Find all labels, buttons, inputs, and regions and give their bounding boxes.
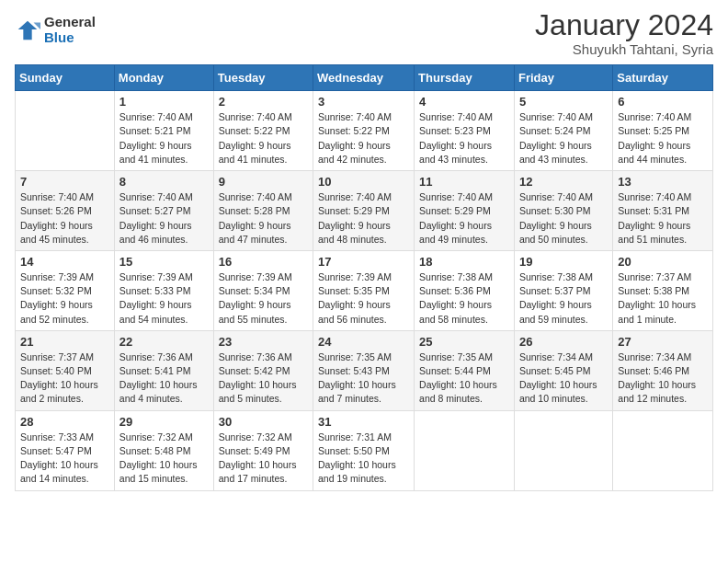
logo-icon bbox=[15, 17, 40, 43]
day-info: Sunrise: 7:39 AMSunset: 5:33 PMDaylight:… bbox=[119, 270, 209, 327]
calendar-cell: 31Sunrise: 7:31 AMSunset: 5:50 PMDayligh… bbox=[313, 410, 415, 490]
logo-blue-text: Blue bbox=[44, 30, 96, 46]
calendar-cell: 14Sunrise: 7:39 AMSunset: 5:32 PMDayligh… bbox=[16, 250, 115, 330]
day-number: 3 bbox=[318, 95, 409, 109]
day-info: Sunrise: 7:37 AMSunset: 5:38 PMDaylight:… bbox=[618, 270, 708, 327]
day-number: 6 bbox=[618, 95, 708, 109]
day-info: Sunrise: 7:32 AMSunset: 5:49 PMDaylight:… bbox=[219, 431, 308, 487]
calendar-week-row: 21Sunrise: 7:37 AMSunset: 5:40 PMDayligh… bbox=[16, 330, 713, 410]
day-info: Sunrise: 7:40 AMSunset: 5:25 PMDaylight:… bbox=[618, 110, 708, 167]
calendar-header-sunday: Sunday bbox=[16, 65, 115, 91]
day-info: Sunrise: 7:40 AMSunset: 5:29 PMDaylight:… bbox=[419, 190, 509, 247]
calendar-cell: 16Sunrise: 7:39 AMSunset: 5:34 PMDayligh… bbox=[213, 250, 313, 330]
day-info: Sunrise: 7:39 AMSunset: 5:32 PMDaylight:… bbox=[20, 270, 109, 327]
day-info: Sunrise: 7:34 AMSunset: 5:46 PMDaylight:… bbox=[618, 350, 708, 407]
calendar-cell: 30Sunrise: 7:32 AMSunset: 5:49 PMDayligh… bbox=[213, 410, 313, 490]
calendar-week-row: 14Sunrise: 7:39 AMSunset: 5:32 PMDayligh… bbox=[16, 250, 713, 330]
logo-text: General Blue bbox=[44, 15, 96, 45]
day-info: Sunrise: 7:32 AMSunset: 5:48 PMDaylight:… bbox=[119, 431, 209, 487]
day-number: 24 bbox=[318, 335, 409, 349]
calendar-header-friday: Friday bbox=[514, 65, 612, 91]
day-number: 25 bbox=[419, 335, 509, 349]
day-number: 8 bbox=[119, 175, 209, 189]
day-number: 15 bbox=[119, 255, 209, 269]
day-info: Sunrise: 7:40 AMSunset: 5:27 PMDaylight:… bbox=[119, 190, 209, 247]
calendar-cell bbox=[16, 91, 115, 171]
svg-marker-0 bbox=[18, 20, 38, 40]
calendar-cell: 9Sunrise: 7:40 AMSunset: 5:28 PMDaylight… bbox=[213, 171, 313, 251]
day-number: 11 bbox=[419, 175, 509, 189]
calendar-cell: 17Sunrise: 7:39 AMSunset: 5:35 PMDayligh… bbox=[313, 250, 415, 330]
day-number: 14 bbox=[20, 255, 109, 269]
calendar-header-tuesday: Tuesday bbox=[213, 65, 313, 91]
logo: General Blue bbox=[15, 15, 96, 45]
day-info: Sunrise: 7:40 AMSunset: 5:22 PMDaylight:… bbox=[318, 110, 409, 167]
month-title: January 2024 bbox=[535, 9, 713, 41]
day-number: 5 bbox=[519, 95, 608, 109]
calendar-cell: 1Sunrise: 7:40 AMSunset: 5:21 PMDaylight… bbox=[114, 91, 213, 171]
day-info: Sunrise: 7:40 AMSunset: 5:28 PMDaylight:… bbox=[219, 190, 308, 247]
calendar-cell: 11Sunrise: 7:40 AMSunset: 5:29 PMDayligh… bbox=[415, 171, 515, 251]
day-number: 30 bbox=[219, 415, 308, 429]
day-info: Sunrise: 7:31 AMSunset: 5:50 PMDaylight:… bbox=[318, 431, 409, 487]
day-number: 26 bbox=[519, 335, 608, 349]
day-info: Sunrise: 7:40 AMSunset: 5:24 PMDaylight:… bbox=[519, 110, 608, 167]
day-info: Sunrise: 7:35 AMSunset: 5:43 PMDaylight:… bbox=[318, 350, 409, 407]
day-info: Sunrise: 7:40 AMSunset: 5:21 PMDaylight:… bbox=[119, 110, 209, 167]
day-info: Sunrise: 7:37 AMSunset: 5:40 PMDaylight:… bbox=[20, 350, 109, 407]
day-number: 22 bbox=[119, 335, 209, 349]
day-info: Sunrise: 7:33 AMSunset: 5:47 PMDaylight:… bbox=[20, 431, 109, 487]
day-info: Sunrise: 7:38 AMSunset: 5:36 PMDaylight:… bbox=[419, 270, 509, 327]
day-number: 20 bbox=[618, 255, 708, 269]
day-info: Sunrise: 7:39 AMSunset: 5:35 PMDaylight:… bbox=[318, 270, 409, 327]
calendar-week-row: 28Sunrise: 7:33 AMSunset: 5:47 PMDayligh… bbox=[16, 410, 713, 490]
day-number: 9 bbox=[219, 175, 308, 189]
calendar-header-row: SundayMondayTuesdayWednesdayThursdayFrid… bbox=[16, 65, 713, 91]
calendar-cell: 3Sunrise: 7:40 AMSunset: 5:22 PMDaylight… bbox=[313, 91, 415, 171]
calendar-cell bbox=[415, 410, 515, 490]
calendar-cell: 25Sunrise: 7:35 AMSunset: 5:44 PMDayligh… bbox=[415, 330, 515, 410]
calendar-cell: 26Sunrise: 7:34 AMSunset: 5:45 PMDayligh… bbox=[514, 330, 612, 410]
day-info: Sunrise: 7:36 AMSunset: 5:41 PMDaylight:… bbox=[119, 350, 209, 407]
page: General Blue January 2024 Shuyukh Tahtan… bbox=[0, 0, 728, 563]
calendar-cell: 12Sunrise: 7:40 AMSunset: 5:30 PMDayligh… bbox=[514, 171, 612, 251]
day-number: 18 bbox=[419, 255, 509, 269]
day-info: Sunrise: 7:40 AMSunset: 5:23 PMDaylight:… bbox=[419, 110, 509, 167]
calendar-cell: 4Sunrise: 7:40 AMSunset: 5:23 PMDaylight… bbox=[415, 91, 515, 171]
calendar-cell: 20Sunrise: 7:37 AMSunset: 5:38 PMDayligh… bbox=[613, 250, 713, 330]
day-number: 7 bbox=[20, 175, 109, 189]
logo-general-text: General bbox=[44, 15, 96, 30]
day-number: 16 bbox=[219, 255, 308, 269]
day-number: 29 bbox=[119, 415, 209, 429]
day-number: 13 bbox=[618, 175, 708, 189]
day-info: Sunrise: 7:39 AMSunset: 5:34 PMDaylight:… bbox=[219, 270, 308, 327]
day-info: Sunrise: 7:40 AMSunset: 5:30 PMDaylight:… bbox=[519, 190, 608, 247]
calendar-cell: 28Sunrise: 7:33 AMSunset: 5:47 PMDayligh… bbox=[16, 410, 115, 490]
day-info: Sunrise: 7:40 AMSunset: 5:29 PMDaylight:… bbox=[318, 190, 409, 247]
calendar-header-thursday: Thursday bbox=[415, 65, 515, 91]
day-number: 27 bbox=[618, 335, 708, 349]
calendar-cell: 10Sunrise: 7:40 AMSunset: 5:29 PMDayligh… bbox=[313, 171, 415, 251]
day-number: 2 bbox=[219, 95, 308, 109]
day-number: 28 bbox=[20, 415, 109, 429]
day-number: 17 bbox=[318, 255, 409, 269]
calendar-cell: 15Sunrise: 7:39 AMSunset: 5:33 PMDayligh… bbox=[114, 250, 213, 330]
day-number: 31 bbox=[318, 415, 409, 429]
calendar-table: SundayMondayTuesdayWednesdayThursdayFrid… bbox=[15, 64, 713, 490]
calendar-cell bbox=[514, 410, 612, 490]
day-number: 19 bbox=[519, 255, 608, 269]
day-number: 10 bbox=[318, 175, 409, 189]
day-info: Sunrise: 7:40 AMSunset: 5:26 PMDaylight:… bbox=[20, 190, 109, 247]
day-number: 23 bbox=[219, 335, 308, 349]
calendar-cell: 5Sunrise: 7:40 AMSunset: 5:24 PMDaylight… bbox=[514, 91, 612, 171]
calendar-cell: 23Sunrise: 7:36 AMSunset: 5:42 PMDayligh… bbox=[213, 330, 313, 410]
calendar-cell: 2Sunrise: 7:40 AMSunset: 5:22 PMDaylight… bbox=[213, 91, 313, 171]
calendar-cell: 13Sunrise: 7:40 AMSunset: 5:31 PMDayligh… bbox=[613, 171, 713, 251]
calendar-cell: 6Sunrise: 7:40 AMSunset: 5:25 PMDaylight… bbox=[613, 91, 713, 171]
day-info: Sunrise: 7:40 AMSunset: 5:31 PMDaylight:… bbox=[618, 190, 708, 247]
calendar-week-row: 7Sunrise: 7:40 AMSunset: 5:26 PMDaylight… bbox=[16, 171, 713, 251]
calendar-cell: 19Sunrise: 7:38 AMSunset: 5:37 PMDayligh… bbox=[514, 250, 612, 330]
day-number: 21 bbox=[20, 335, 109, 349]
calendar-cell: 22Sunrise: 7:36 AMSunset: 5:41 PMDayligh… bbox=[114, 330, 213, 410]
day-number: 4 bbox=[419, 95, 509, 109]
